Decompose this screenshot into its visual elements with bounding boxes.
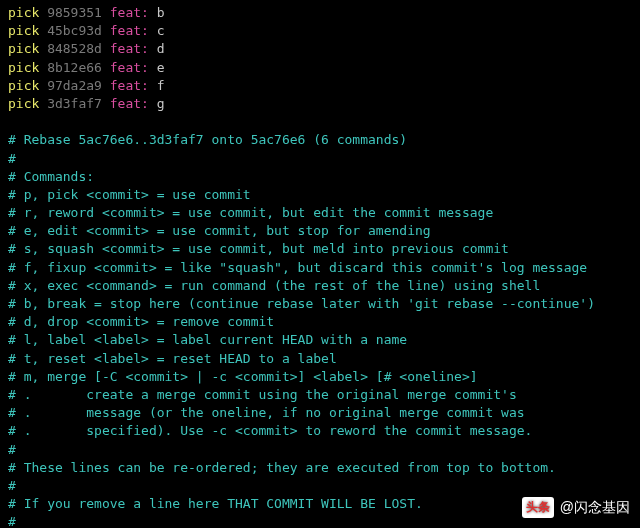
comment-line: # r, reword <commit> = use commit, but e…	[8, 204, 632, 222]
comment-line: # Rebase 5ac76e6..3d3faf7 onto 5ac76e6 (…	[8, 131, 632, 149]
commit-prefix: feat:	[110, 78, 149, 93]
pick-line[interactable]: pick 3d3faf7 feat: g	[8, 95, 632, 113]
comment-line: # x, exec <command> = run command (the r…	[8, 277, 632, 295]
pick-keyword: pick	[8, 96, 39, 111]
pick-keyword: pick	[8, 5, 39, 20]
pick-keyword: pick	[8, 41, 39, 56]
commit-prefix: feat:	[110, 41, 149, 56]
comment-line: # Commands:	[8, 168, 632, 186]
comment-line: # t, reset <label> = reset HEAD to a lab…	[8, 350, 632, 368]
rebase-editor[interactable]: pick 9859351 feat: bpick 45bc93d feat: c…	[8, 4, 632, 528]
watermark-logo: 头条	[522, 497, 554, 518]
comment-line: # . create a merge commit using the orig…	[8, 386, 632, 404]
commit-message: d	[149, 41, 165, 56]
commit-message: f	[149, 78, 165, 93]
comment-line	[8, 113, 632, 131]
comment-line: # s, squash <commit> = use commit, but m…	[8, 240, 632, 258]
commit-hash: 3d3faf7	[47, 96, 102, 111]
comment-line: # l, label <label> = label current HEAD …	[8, 331, 632, 349]
commit-hash: 45bc93d	[47, 23, 102, 38]
commit-hash: 97da2a9	[47, 78, 102, 93]
comment-line: # m, merge [-C <commit> | -c <commit>] <…	[8, 368, 632, 386]
comment-line: #	[8, 441, 632, 459]
pick-keyword: pick	[8, 60, 39, 75]
commit-message: c	[149, 23, 165, 38]
comment-line: # f, fixup <commit> = like "squash", but…	[8, 259, 632, 277]
commit-prefix: feat:	[110, 5, 149, 20]
watermark-handle: @闪念基因	[560, 498, 630, 518]
comment-line: # p, pick <commit> = use commit	[8, 186, 632, 204]
pick-keyword: pick	[8, 78, 39, 93]
pick-line[interactable]: pick 45bc93d feat: c	[8, 22, 632, 40]
comment-line: #	[8, 150, 632, 168]
pick-keyword: pick	[8, 23, 39, 38]
pick-line[interactable]: pick 9859351 feat: b	[8, 4, 632, 22]
commit-prefix: feat:	[110, 60, 149, 75]
commit-message: e	[149, 60, 165, 75]
comment-line: # e, edit <commit> = use commit, but sto…	[8, 222, 632, 240]
commit-hash: 848528d	[47, 41, 102, 56]
commit-message: g	[149, 96, 165, 111]
comment-line: # These lines can be re-ordered; they ar…	[8, 459, 632, 477]
commit-hash: 8b12e66	[47, 60, 102, 75]
commit-prefix: feat:	[110, 23, 149, 38]
pick-line[interactable]: pick 848528d feat: d	[8, 40, 632, 58]
watermark: 头条 @闪念基因	[522, 497, 630, 518]
comment-line: # . specified). Use -c <commit> to rewor…	[8, 422, 632, 440]
commit-message: b	[149, 5, 165, 20]
comment-line: #	[8, 477, 632, 495]
commit-prefix: feat:	[110, 96, 149, 111]
comment-line: # b, break = stop here (continue rebase …	[8, 295, 632, 313]
comment-line: # d, drop <commit> = remove commit	[8, 313, 632, 331]
pick-line[interactable]: pick 8b12e66 feat: e	[8, 59, 632, 77]
comment-line: # . message (or the oneline, if no origi…	[8, 404, 632, 422]
commit-hash: 9859351	[47, 5, 102, 20]
pick-line[interactable]: pick 97da2a9 feat: f	[8, 77, 632, 95]
